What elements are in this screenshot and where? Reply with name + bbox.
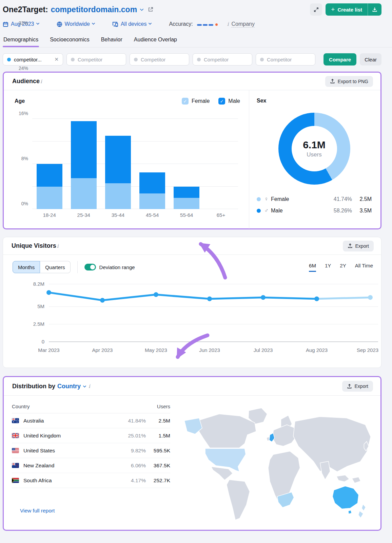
time-range-selector: 6M1Y2YAll Time xyxy=(309,263,373,272)
x-tick-label: 65+ xyxy=(204,212,238,218)
country-percent: 41.84% xyxy=(128,418,146,424)
sex-legend: ♀ Female 41.74% 2.5M ♂ Male 58.26% 3.5M xyxy=(257,193,372,217)
male-percent: 58.26% xyxy=(334,208,352,214)
male-segment xyxy=(174,187,199,198)
y-tick-label: 2.5M xyxy=(33,321,44,327)
info-icon[interactable]: i xyxy=(227,21,230,27)
tab-behavior[interactable]: Behavior xyxy=(100,35,123,47)
external-link-icon[interactable] xyxy=(148,7,153,12)
competitor-input-2[interactable]: Competitor xyxy=(130,53,189,65)
x-tick-label: 18-24 xyxy=(32,212,66,218)
au-flag-icon xyxy=(12,418,19,423)
create-list-button[interactable]: + Create list xyxy=(326,3,381,16)
export-to-png-button[interactable]: Export to PNG xyxy=(325,76,373,87)
data-point-Apr 2023[interactable] xyxy=(100,298,105,303)
info-icon[interactable]: i xyxy=(88,383,91,389)
company-link[interactable]: Company xyxy=(231,21,254,27)
data-point-Jul 2023[interactable] xyxy=(261,295,266,300)
info-icon[interactable]: i xyxy=(40,78,43,85)
range-all-time[interactable]: All Time xyxy=(355,263,373,272)
male-checkbox[interactable]: ✓ Male xyxy=(218,98,240,105)
bar-slot xyxy=(66,110,101,209)
bar-slot xyxy=(101,110,135,209)
male-segment xyxy=(139,172,165,193)
table-row-south-africa[interactable]: South Africa4.17%252.7K xyxy=(12,473,170,488)
distribution-title: Distribution by xyxy=(12,383,55,390)
quarters-tab[interactable]: Quarters xyxy=(40,261,70,273)
compare-button[interactable]: Compare xyxy=(324,53,356,65)
country-users: 252.7K xyxy=(146,478,170,484)
remove-competitor-icon[interactable]: ✕ xyxy=(54,56,59,62)
competitor-dot-icon xyxy=(71,58,75,61)
info-icon[interactable]: i xyxy=(56,243,59,249)
data-point-May 2023[interactable] xyxy=(154,292,158,297)
tab-socioeconomics[interactable]: Socioeconomics xyxy=(49,35,90,47)
country-users: 367.5K xyxy=(146,463,170,469)
data-point-Sep 2023[interactable] xyxy=(368,295,373,300)
expand-button[interactable] xyxy=(310,3,322,16)
deviation-range-toggle[interactable] xyxy=(84,264,96,270)
age-bar-35-44 xyxy=(105,136,131,209)
range-6m[interactable]: 6M xyxy=(309,263,316,272)
male-segment xyxy=(71,121,97,178)
age-bar-55-64 xyxy=(174,187,199,209)
competitor-input-3[interactable]: Competitor xyxy=(193,53,252,65)
y-tick-label: 8% xyxy=(15,156,28,161)
domain-link[interactable]: competitordomain.com xyxy=(51,5,137,14)
country-selector[interactable]: Country xyxy=(57,383,81,390)
bar-slot xyxy=(135,110,170,209)
region-filter[interactable]: Worldwide xyxy=(57,21,95,27)
range-2y[interactable]: 2Y xyxy=(340,263,346,272)
map-united-states xyxy=(205,449,246,472)
female-percent: 41.74% xyxy=(334,196,352,202)
competitor-chip-selected[interactable]: competitor... ✕ xyxy=(3,53,63,65)
female-checkbox[interactable]: ✓ Female xyxy=(182,98,210,105)
competitor-input-4[interactable]: Competitor xyxy=(256,53,315,65)
data-point-Aug 2023[interactable] xyxy=(314,297,319,301)
data-point-Mar 2023[interactable] xyxy=(46,290,51,295)
export-button[interactable]: Export xyxy=(343,241,374,251)
tab-audience-overlap[interactable]: Audience Overlap xyxy=(133,35,178,47)
competitor-input-1[interactable]: Competitor xyxy=(66,53,126,65)
data-point-Jun 2023[interactable] xyxy=(207,297,212,301)
range-1y[interactable]: 1Y xyxy=(325,263,331,272)
table-row-united-kingdom[interactable]: United Kingdom25.01%1.5M xyxy=(12,428,170,443)
age-axis-labels: 18-2425-3435-4445-5455-6465+ xyxy=(32,212,238,218)
chevron-down-icon[interactable] xyxy=(83,384,86,388)
table-row-australia[interactable]: Australia41.84%2.5M xyxy=(12,413,170,428)
export-button[interactable]: Export xyxy=(342,381,373,392)
download-icon[interactable] xyxy=(368,7,381,12)
competitor-placeholder: Competitor xyxy=(267,57,292,62)
country-name: South Africa xyxy=(23,478,52,484)
audience-title: Audience xyxy=(12,78,40,85)
competitor-dot-icon xyxy=(197,58,201,61)
country-name: New Zealand xyxy=(23,463,54,469)
competitor-placeholder: Competitor xyxy=(78,57,102,62)
view-full-report-link[interactable]: View full report xyxy=(20,508,55,514)
export-icon xyxy=(347,384,352,389)
page-title: One2Target: xyxy=(3,5,48,14)
competitor-dot-icon xyxy=(260,58,264,61)
competitor-dot-icon xyxy=(7,58,11,61)
chevron-down-icon[interactable] xyxy=(140,7,143,11)
age-chart-panel: Age ✓ Female ✓ Male 0%8%16%24 xyxy=(4,90,249,229)
table-row-united-states[interactable]: United States9.82%595.5K xyxy=(12,443,170,458)
devices-filter[interactable]: All devices xyxy=(112,21,151,27)
competitor-chip-label: competitor... xyxy=(14,57,42,62)
sex-chart-panel: Sex 6.1M Users ♀ Female 41.74% xyxy=(249,90,380,229)
competitor-bar: competitor... ✕ CompetitorCompetitorComp… xyxy=(3,53,381,65)
male-dot-icon xyxy=(257,209,261,213)
devices-icon xyxy=(112,21,118,27)
table-row-new-zealand[interactable]: New Zealand6.06%367.5K xyxy=(12,458,170,473)
age-bar-25-34 xyxy=(71,121,97,209)
country-users: 1.5M xyxy=(146,433,170,439)
country-percent: 9.82% xyxy=(131,448,146,454)
months-tab[interactable]: Months xyxy=(13,261,40,273)
bar-slot xyxy=(32,110,66,209)
clear-button[interactable]: Clear xyxy=(360,53,381,65)
male-users: 3.5M xyxy=(352,208,372,214)
accuracy-label: Accuracy: xyxy=(169,21,193,27)
tab-demographics[interactable]: Demographics xyxy=(3,35,39,47)
country-table: Country Users Australia41.84%2.5MUnited … xyxy=(4,396,175,531)
y-tick-label: 0 xyxy=(42,339,44,344)
